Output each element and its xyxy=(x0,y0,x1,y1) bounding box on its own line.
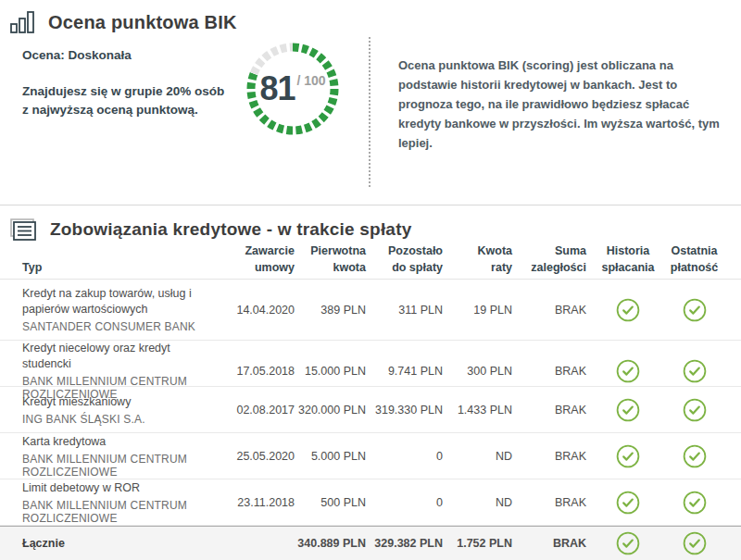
score-description: Ocena punktowa BIK (scoring) jest oblicz… xyxy=(398,56,732,187)
loan-original-amount: 389 PLN xyxy=(295,304,366,317)
loan-type: Kredyt niecelowy oraz kredyt studencki xyxy=(22,341,199,372)
check-circle-icon xyxy=(616,298,640,322)
score-summary: Ocena: Doskonała Znajdujesz się w grupie… xyxy=(22,35,235,187)
column-header-ostatnia-platnosc: Ostatniapłatność xyxy=(670,243,719,276)
check-circle-icon xyxy=(683,359,707,383)
page: Ocena punktowa BIK Ocena: Doskonała Znaj… xyxy=(0,0,741,560)
total-label: Łącznie xyxy=(22,537,199,550)
loan-installment: 300 PLN xyxy=(443,365,512,378)
score-section: Ocena punktowa BIK Ocena: Doskonała Znaj… xyxy=(0,0,741,205)
column-header-pierwotna-kwota: Pierwotnakwota xyxy=(295,243,366,276)
loan-type: Karta kredytowa xyxy=(22,434,199,450)
loan-remaining-amount: 0 xyxy=(366,496,443,509)
last-payment-status xyxy=(670,531,719,555)
loan-type-cell: Limit debetowy w ROR BANK MILLENNIUM CEN… xyxy=(22,480,199,525)
score-section-title: Ocena punktowa BIK xyxy=(48,12,237,33)
loan-type-cell: Kredyt mieszkaniowy ING BANK ŚLĄSKI S.A. xyxy=(22,394,199,426)
table-row: Limit debetowy w ROR BANK MILLENNIUM CEN… xyxy=(0,479,741,526)
check-circle-icon xyxy=(683,398,707,422)
bar-chart-icon xyxy=(9,10,35,34)
loan-type-cell: Kredyt niecelowy oraz kredyt studencki B… xyxy=(22,341,199,401)
loan-remaining-amount: 0 xyxy=(366,450,443,463)
check-circle-icon xyxy=(616,359,640,383)
table-row: Kredyt na zakup towarów, usług i papieró… xyxy=(0,280,741,341)
score-max: / 100 xyxy=(296,73,325,88)
loan-original-amount: 5.000 PLN xyxy=(295,450,366,463)
loan-bank: ING BANK ŚLĄSKI S.A. xyxy=(22,413,199,426)
last-payment-status xyxy=(670,491,719,515)
loan-date: 02.08.2017 xyxy=(199,404,295,417)
history-status xyxy=(586,491,670,515)
column-header-pozostalo-do-splaty: Pozostałodo spłaty xyxy=(366,243,443,276)
history-status xyxy=(586,444,670,468)
last-payment-status xyxy=(670,298,719,322)
total-arrears: BRAK xyxy=(512,537,586,550)
loan-bank: BANK MILLENNIUM CENTRUM ROZLICZENIOWE xyxy=(22,453,199,479)
last-payment-status xyxy=(670,359,719,383)
loan-type-cell: Karta kredytowa BANK MILLENNIUM CENTRUM … xyxy=(22,434,199,479)
check-circle-icon xyxy=(683,531,707,555)
score-section-header: Ocena punktowa BIK xyxy=(0,0,741,35)
loan-arrears: BRAK xyxy=(512,365,586,378)
score-value-wrap: 81 / 100 xyxy=(246,43,339,135)
total-original-amount: 340.889 PLN xyxy=(295,537,366,550)
score-gauge: 81 / 100 xyxy=(246,43,339,135)
check-circle-icon xyxy=(616,531,640,555)
loan-original-amount: 320.000 PLN xyxy=(295,404,366,417)
last-payment-status xyxy=(670,398,719,422)
loan-bank: SANTANDER CONSUMER BANK xyxy=(22,320,199,333)
table-total-row: Łącznie 340.889 PLN 329.382 PLN 1.752 PL… xyxy=(0,526,741,560)
loan-installment: 19 PLN xyxy=(443,304,512,317)
table-row: Kredyt niecelowy oraz kredyt studencki B… xyxy=(0,341,741,387)
check-circle-icon xyxy=(616,491,640,515)
check-circle-icon xyxy=(683,298,707,322)
loan-type: Kredyt na zakup towarów, usług i papieró… xyxy=(22,286,199,317)
column-header-kwota-raty: Kwotaraty xyxy=(443,243,512,276)
loans-section-title: Zobowiązania kredytowe - w trakcie spłat… xyxy=(50,219,411,240)
loan-arrears: BRAK xyxy=(512,496,586,509)
loan-original-amount: 15.000 PLN xyxy=(295,365,366,378)
loan-type-cell: Kredyt na zakup towarów, usług i papieró… xyxy=(22,286,199,333)
total-remaining-amount: 329.382 PLN xyxy=(366,537,443,550)
history-status xyxy=(586,298,670,322)
loan-date: 14.04.2020 xyxy=(199,304,295,317)
score-value: 81 xyxy=(259,69,295,108)
table-row: Kredyt mieszkaniowy ING BANK ŚLĄSKI S.A.… xyxy=(0,387,741,433)
score-group-text: Znajdujesz się w grupie 20% osóbz najwyż… xyxy=(22,82,235,119)
column-header-suma-zaleglosci: Sumazaległości xyxy=(512,243,586,276)
dotted-divider xyxy=(369,37,370,187)
check-circle-icon xyxy=(683,491,707,515)
loan-arrears: BRAK xyxy=(512,450,586,463)
loan-bank: BANK MILLENNIUM CENTRUM ROZLICZENIOWE xyxy=(22,499,199,525)
loan-arrears: BRAK xyxy=(512,404,586,417)
loans-section: Zobowiązania kredytowe - w trakcie spłat… xyxy=(0,205,741,560)
loan-arrears: BRAK xyxy=(512,304,586,317)
check-circle-icon xyxy=(616,444,640,468)
loan-remaining-amount: 9.741 PLN xyxy=(366,365,443,378)
loan-original-amount: 500 PLN xyxy=(295,496,366,509)
loan-date: 23.11.2018 xyxy=(199,496,295,509)
table-row: Karta kredytowa BANK MILLENNIUM CENTRUM … xyxy=(0,433,741,479)
total-installment: 1.752 PLN xyxy=(443,537,512,550)
history-status xyxy=(586,531,670,555)
loan-remaining-amount: 311 PLN xyxy=(366,304,443,317)
check-circle-icon xyxy=(683,444,707,468)
loan-installment: 1.433 PLN xyxy=(443,404,512,417)
check-circle-icon xyxy=(616,398,640,422)
table-header: Typ Zawarcieumowy Pierwotnakwota Pozosta… xyxy=(0,243,741,280)
loans-section-header: Zobowiązania kredytowe - w trakcie spłat… xyxy=(0,205,741,243)
column-header-typ: Typ xyxy=(22,259,199,276)
rating-label: Ocena: Doskonała xyxy=(22,48,235,62)
loan-date: 25.05.2020 xyxy=(199,450,295,463)
column-header-zawarcie-umowy: Zawarcieumowy xyxy=(199,243,295,276)
loan-date: 17.05.2018 xyxy=(199,365,295,378)
history-status xyxy=(586,398,670,422)
last-payment-status xyxy=(670,444,719,468)
loan-installment: ND xyxy=(443,450,512,463)
loan-installment: ND xyxy=(443,496,512,509)
loan-remaining-amount: 319.330 PLN xyxy=(366,404,443,417)
score-content: Ocena: Doskonała Znajdujesz się w grupie… xyxy=(0,35,741,187)
document-icon xyxy=(9,218,37,242)
loan-type: Kredyt mieszkaniowy xyxy=(22,394,199,410)
history-status xyxy=(586,359,670,383)
